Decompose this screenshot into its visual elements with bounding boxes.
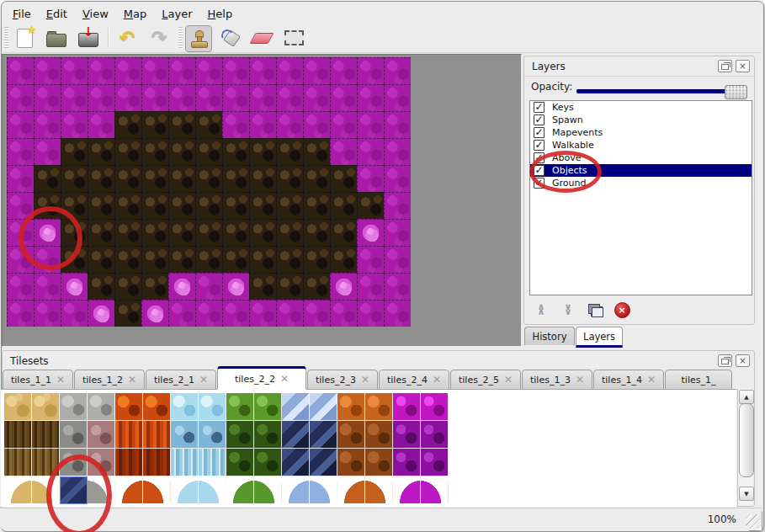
scroll-down-icon[interactable]: ▼ bbox=[739, 487, 754, 501]
tab-close-icon[interactable]: ✕ bbox=[280, 374, 289, 384]
resize-grip[interactable] bbox=[746, 514, 760, 529]
map-tile-magenta-ground[interactable] bbox=[357, 300, 384, 327]
map-tile-dark-rock-object[interactable] bbox=[276, 165, 303, 192]
tileset-tile[interactable] bbox=[32, 449, 60, 476]
map-tile-magenta-ground[interactable] bbox=[195, 273, 222, 300]
tileset-tile[interactable] bbox=[365, 449, 393, 476]
map-tile-magenta-ground[interactable] bbox=[168, 300, 195, 327]
map-tile-magenta-ground[interactable] bbox=[384, 192, 411, 219]
map-tile-dark-rock-object[interactable] bbox=[88, 246, 114, 273]
map-tile-dark-rock-object[interactable] bbox=[303, 246, 330, 273]
map-tile-pink-bush[interactable] bbox=[168, 273, 195, 300]
map-tile-magenta-ground[interactable] bbox=[330, 57, 357, 84]
map-tile-magenta-ground[interactable] bbox=[249, 84, 276, 111]
map-tile-dark-rock-object[interactable] bbox=[61, 219, 88, 246]
tileset-tile[interactable] bbox=[143, 421, 171, 449]
tileset-tile[interactable] bbox=[60, 421, 88, 449]
map-tile-magenta-ground[interactable] bbox=[34, 246, 61, 273]
map-tile-magenta-ground[interactable] bbox=[330, 300, 357, 327]
tab-close-icon[interactable]: ✕ bbox=[576, 375, 584, 385]
map-tile-magenta-ground[interactable] bbox=[34, 111, 61, 138]
map-tile-dark-rock-object[interactable] bbox=[249, 192, 276, 219]
map-tile-magenta-ground[interactable] bbox=[330, 111, 357, 138]
map-tile-magenta-ground[interactable] bbox=[384, 246, 411, 273]
delete-layer-button[interactable]: × bbox=[612, 300, 632, 320]
redo-button[interactable]: ↷ bbox=[146, 25, 172, 51]
map-tile-magenta-ground[interactable] bbox=[249, 111, 276, 138]
map-tile-dark-rock-object[interactable] bbox=[195, 192, 222, 219]
tileset-tile[interactable] bbox=[60, 449, 88, 476]
map-tile-dark-rock-object[interactable] bbox=[34, 192, 61, 219]
layer-row-keys[interactable]: ✓Keys bbox=[530, 101, 752, 114]
tileset-tile[interactable] bbox=[60, 393, 88, 421]
tileset-tile[interactable] bbox=[393, 393, 421, 421]
map-tile-magenta-ground[interactable] bbox=[384, 111, 411, 138]
map-tile-dark-rock-object[interactable] bbox=[168, 111, 195, 138]
tileset-tile[interactable] bbox=[88, 393, 115, 421]
tileset-tile[interactable] bbox=[254, 393, 282, 421]
tileset-tile[interactable] bbox=[421, 476, 449, 504]
tileset-tab-tiles_1_1[interactable]: tiles_1_1✕ bbox=[3, 370, 73, 390]
map-tile-magenta-ground[interactable] bbox=[222, 300, 249, 327]
map-tile-magenta-ground[interactable] bbox=[357, 57, 384, 84]
map-tile-dark-rock-object[interactable] bbox=[222, 138, 249, 165]
map-tile-magenta-ground[interactable] bbox=[88, 111, 114, 138]
map-tile-magenta-ground[interactable] bbox=[34, 138, 61, 165]
layer-visibility-checkbox[interactable]: ✓ bbox=[534, 152, 545, 163]
layer-visibility-checkbox[interactable]: ✓ bbox=[534, 165, 545, 176]
tileset-tile[interactable] bbox=[393, 476, 421, 504]
map-tile-magenta-ground[interactable] bbox=[384, 273, 411, 300]
tileset-tile[interactable] bbox=[310, 393, 337, 421]
map-tile-dark-rock-object[interactable] bbox=[61, 192, 88, 219]
layers-panel-float-button[interactable] bbox=[718, 60, 732, 72]
map-tile-dark-rock-object[interactable] bbox=[168, 192, 195, 219]
move-layer-up-button[interactable]: ∧∧ bbox=[531, 300, 551, 320]
tileset-tab-tiles_2_2[interactable]: tiles_2_2✕ bbox=[217, 366, 306, 390]
tileset-tile[interactable] bbox=[254, 449, 282, 476]
map-tile-pink-bush[interactable] bbox=[357, 219, 384, 246]
map-tile-magenta-ground[interactable] bbox=[357, 273, 384, 300]
map-tile-dark-rock-object[interactable] bbox=[114, 111, 141, 138]
map-tile-magenta-ground[interactable] bbox=[330, 138, 357, 165]
tileset-tile[interactable] bbox=[88, 449, 115, 476]
scrollbar-thumb[interactable] bbox=[739, 403, 754, 477]
menu-item-edit[interactable]: Edit bbox=[39, 6, 75, 22]
tileset-tile[interactable] bbox=[4, 393, 32, 421]
undo-button[interactable]: ↶ bbox=[114, 25, 140, 51]
layer-visibility-checkbox[interactable]: ✓ bbox=[534, 127, 545, 138]
map-tile-pink-bush[interactable] bbox=[141, 300, 168, 327]
tileset-tile[interactable] bbox=[254, 476, 282, 504]
map-tile-pink-bush[interactable] bbox=[88, 300, 114, 327]
map-tile-magenta-ground[interactable] bbox=[276, 300, 303, 327]
tileset-tab-tiles_1_3[interactable]: tiles_1_3✕ bbox=[522, 370, 592, 390]
map-tile-dark-rock-object[interactable] bbox=[195, 165, 222, 192]
menu-item-map[interactable]: Map bbox=[116, 6, 154, 22]
map-tile-magenta-ground[interactable] bbox=[357, 165, 384, 192]
tileset-tile[interactable] bbox=[143, 393, 171, 421]
tileset-tile[interactable] bbox=[32, 476, 60, 504]
map-tile-magenta-ground[interactable] bbox=[168, 84, 195, 111]
tilesets-panel-float-button[interactable] bbox=[718, 354, 732, 367]
map-tile-dark-rock-object[interactable] bbox=[249, 165, 276, 192]
map-tile-dark-rock-object[interactable] bbox=[141, 219, 168, 246]
map-tile-magenta-ground[interactable] bbox=[384, 57, 411, 84]
tileset-tile-selected[interactable] bbox=[60, 476, 88, 504]
tileset-tile[interactable] bbox=[337, 449, 365, 476]
scroll-up-icon[interactable]: ▲ bbox=[739, 390, 754, 404]
map-tile-magenta-ground[interactable] bbox=[7, 300, 34, 327]
map-tile-dark-rock-object[interactable] bbox=[61, 138, 88, 165]
map-tile-magenta-ground[interactable] bbox=[384, 84, 411, 111]
tileset-tile[interactable] bbox=[32, 393, 60, 421]
tileset-tile[interactable] bbox=[4, 449, 32, 476]
map-tile-magenta-ground[interactable] bbox=[330, 84, 357, 111]
map-tile-magenta-ground[interactable] bbox=[303, 57, 330, 84]
map-tile-dark-rock-object[interactable] bbox=[88, 138, 114, 165]
layers-panel-close-button[interactable]: × bbox=[736, 60, 750, 72]
map-tile-dark-rock-object[interactable] bbox=[330, 246, 357, 273]
map-tile-dark-rock-object[interactable] bbox=[88, 192, 114, 219]
map-tile-dark-rock-object[interactable] bbox=[168, 138, 195, 165]
map-tile-dark-rock-object[interactable] bbox=[330, 192, 357, 219]
map-tile-magenta-ground[interactable] bbox=[384, 300, 411, 327]
map-tile-magenta-ground[interactable] bbox=[222, 84, 249, 111]
map-tile-magenta-ground[interactable] bbox=[7, 111, 34, 138]
